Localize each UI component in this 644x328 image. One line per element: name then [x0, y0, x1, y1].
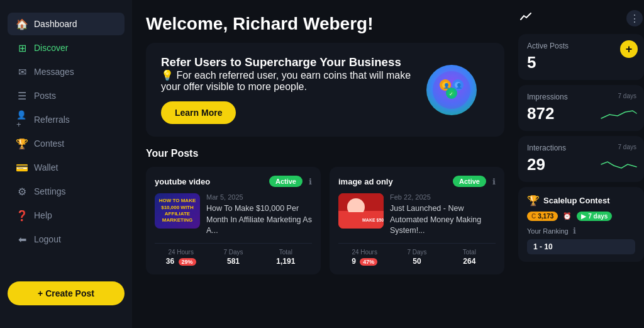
post-stats-1: 24 Hours 36 29% 7 Days 581 Total 1,191	[155, 243, 312, 266]
svg-text:👤: 👤	[456, 82, 462, 89]
help-icon: ❓	[16, 210, 28, 221]
post-type-2: image ad only	[338, 177, 393, 186]
chart-icon	[519, 11, 532, 26]
post-stats-2: 24 Hours 9 47% 7 Days 50 Total 264	[338, 243, 496, 266]
svg-text:✓: ✓	[449, 91, 453, 97]
discover-icon: ⊞	[16, 42, 28, 54]
active-posts-value: 5	[527, 53, 635, 72]
sidebar-item-help[interactable]: ❓ Help	[8, 204, 125, 227]
posts-row: youtube video Active ℹ HOW TO MAKE $10,0…	[146, 167, 504, 274]
your-posts-section: Your Posts youtube video Active ℹ HOW TO…	[146, 148, 504, 274]
sidebar-item-settings[interactable]: ⚙ Settings	[8, 180, 125, 203]
sidebar-nav: 🏠 Dashboard ⊞ Discover ✉ Messages ☰ Post…	[0, 13, 132, 271]
impressions-period: 7 days	[618, 93, 636, 99]
post-meta-1: Mar 5, 2025 How To Make $10,000 Per Mont…	[206, 193, 312, 237]
interactions-sparkline	[600, 157, 638, 176]
settings-icon: ⚙	[16, 186, 28, 197]
ranking-label: Your Ranking ℹ	[527, 226, 635, 235]
right-panel: ⋮ Active Posts 5 + Impressions 872 7 day…	[518, 0, 644, 328]
timer-icon: ⏰	[563, 212, 572, 220]
stat-24h-2: 24 Hours 9 47%	[338, 249, 391, 266]
contest-header: 🏆 Scalelup Contest	[527, 195, 635, 206]
post-status-badge-2: Active	[453, 176, 486, 187]
referrals-icon: 👤+	[16, 114, 28, 125]
svg-text:MAKE $500: MAKE $500	[362, 218, 384, 223]
post-desc-1: How To Make $10,000 Per Month In Affilia…	[206, 203, 312, 237]
play-icon: ▶	[581, 213, 586, 220]
impressions-card: Impressions 872 7 days	[518, 85, 644, 131]
contest-meta: C 3,173 ⏰ ▶ 7 days	[527, 212, 635, 221]
stat-24h-1: 24 Hours 36 29%	[155, 249, 207, 266]
refer-description: 💡 For each referred user, you earn coins…	[161, 69, 426, 93]
coin-icon: C	[531, 213, 536, 220]
panel-header: ⋮	[518, 10, 644, 26]
stat-7d-2: 7 Days 50	[391, 249, 443, 266]
post-thumb-1: HOW TO MAKE $10,000 WITH AFFILIATE MARKE…	[155, 193, 200, 229]
more-options-button[interactable]: ⋮	[626, 10, 643, 26]
svg-text:👤: 👤	[443, 82, 450, 89]
create-post-button[interactable]: + Create Post	[8, 281, 125, 305]
sidebar: 🏠 Dashboard ⊞ Discover ✉ Messages ☰ Post…	[0, 0, 132, 328]
post-type-1: youtube video	[155, 177, 210, 186]
your-posts-title: Your Posts	[146, 148, 504, 159]
refer-title: Refer Users to Supercharge Your Business	[161, 55, 426, 69]
sidebar-item-discover[interactable]: ⊞ Discover	[8, 37, 125, 59]
welcome-title: Welcome, Richard Weberg!	[146, 14, 504, 34]
sidebar-item-wallet[interactable]: 💳 Wallet	[8, 156, 125, 179]
post-meta-2: Feb 22, 2025 Just Launched - New Automat…	[390, 193, 496, 237]
post-card-1: youtube video Active ℹ HOW TO MAKE $10,0…	[146, 167, 321, 274]
contest-days: ▶ 7 days	[577, 212, 612, 221]
sidebar-item-contest[interactable]: 🏆 Contest	[8, 132, 125, 155]
interactions-card: Interactions 29 7 days	[518, 136, 644, 182]
active-posts-label: Active Posts	[527, 42, 635, 50]
post-card-2-body: MAKE $500 Feb 22, 2025 Just Launched - N…	[338, 193, 496, 237]
post-card-1-header: youtube video Active ℹ	[155, 176, 312, 187]
wallet-icon: 💳	[16, 162, 28, 173]
active-posts-card: Active Posts 5 +	[518, 34, 644, 80]
stat-total-2: Total 264	[443, 249, 496, 266]
impressions-sparkline	[600, 106, 638, 125]
ranking-info-icon[interactable]: ℹ	[573, 226, 576, 235]
post-status-badge-1: Active	[269, 176, 303, 187]
contest-icon: 🏆	[16, 138, 28, 149]
sidebar-bottom: + Create Post	[0, 271, 132, 315]
post-card-2: image ad only Active ℹ MAKE $500	[330, 167, 504, 274]
info-icon-1[interactable]: ℹ	[309, 177, 312, 186]
refer-content: Refer Users to Supercharge Your Business…	[161, 55, 426, 124]
messages-icon: ✉	[16, 66, 28, 77]
sidebar-item-referrals[interactable]: 👤+ Referrals	[8, 108, 125, 131]
contest-card: 🏆 Scalelup Contest C 3,173 ⏰ ▶ 7 days Yo…	[518, 187, 644, 262]
main-content: Welcome, Richard Weberg! Refer Users to …	[132, 0, 518, 328]
sidebar-item-logout[interactable]: ⬅ Logout	[8, 228, 125, 251]
post-thumb-2: MAKE $500	[338, 193, 384, 229]
sidebar-item-dashboard[interactable]: 🏠 Dashboard	[8, 13, 125, 35]
interactions-period: 7 days	[618, 144, 636, 150]
ranking-bar: 1 - 10	[527, 239, 635, 254]
contest-coins: C 3,173	[527, 212, 558, 221]
trophy-icon: 🏆	[527, 195, 540, 206]
learn-more-button[interactable]: Learn More	[161, 101, 236, 124]
sidebar-item-posts[interactable]: ☰ Posts	[8, 84, 125, 107]
add-post-button[interactable]: +	[620, 40, 638, 58]
post-desc-2: Just Launched - New Automated Money Maki…	[390, 203, 496, 237]
refer-banner: Refer Users to Supercharge Your Business…	[146, 43, 504, 137]
post-card-2-header: image ad only Active ℹ	[338, 176, 496, 187]
logout-icon: ⬅	[16, 234, 28, 245]
stat-7d-1: 7 Days 581	[207, 249, 259, 266]
post-date-1: Mar 5, 2025	[206, 193, 312, 201]
refer-image: ✓ 👤 👤	[426, 65, 477, 115]
contest-title: Scalelup Contest	[543, 196, 609, 205]
post-date-2: Feb 22, 2025	[390, 193, 496, 201]
info-icon-2[interactable]: ℹ	[492, 177, 496, 186]
stat-total-1: Total 1,191	[260, 249, 312, 266]
bulb-icon: 💡	[161, 70, 174, 81]
post-card-1-body: HOW TO MAKE $10,000 WITH AFFILIATE MARKE…	[155, 193, 312, 237]
home-icon: 🏠	[16, 18, 28, 30]
posts-icon: ☰	[16, 90, 28, 101]
sidebar-item-messages[interactable]: ✉ Messages	[8, 60, 125, 83]
